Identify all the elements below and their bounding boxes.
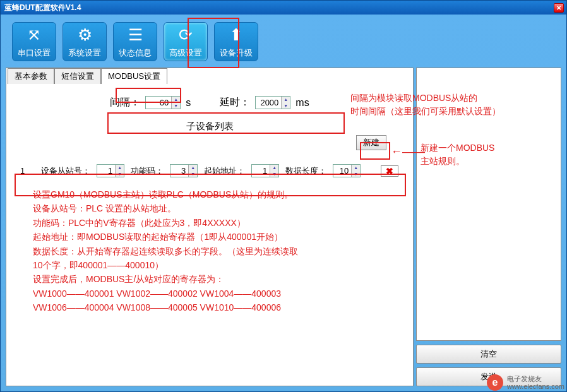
slave-spinner[interactable]: ▲▼ bbox=[97, 164, 124, 177]
up-icon[interactable]: ▲ bbox=[282, 97, 290, 103]
delay-unit: ms bbox=[295, 97, 309, 109]
help-text: 设置GM10（MODBUS主站）读取PLC（MODBUS从站）的规则。 设备从站… bbox=[14, 181, 405, 321]
brand-text: 电子发烧友 bbox=[507, 375, 564, 383]
sub-device-title: 子设备列表 bbox=[14, 121, 405, 133]
len-spinner[interactable]: ▲▼ bbox=[333, 164, 361, 177]
up-icon[interactable]: ▲ bbox=[172, 97, 180, 103]
tool-label: 状态信息 bbox=[119, 47, 152, 59]
tool-label: 高级设置 bbox=[169, 47, 202, 59]
refresh-gear-icon: ⟳ bbox=[179, 25, 193, 45]
len-label: 数据长度： bbox=[285, 165, 326, 177]
title-bar: 蓝蜂DUT配置软件V1.4 ✕ bbox=[1, 1, 566, 15]
up-icon[interactable]: ▲ bbox=[352, 165, 360, 171]
help-line: VW1006——400004 VW1008——400005 VW1010——40… bbox=[33, 300, 386, 314]
new-button[interactable]: 新建 bbox=[356, 135, 386, 150]
up-icon[interactable]: ▲ bbox=[116, 165, 124, 171]
func-input[interactable] bbox=[170, 165, 188, 177]
down-icon[interactable]: ▼ bbox=[282, 103, 290, 109]
tab-sms[interactable]: 短信设置 bbox=[54, 68, 101, 84]
tool-label: 设备升级 bbox=[220, 47, 253, 59]
delay-label: 延时： bbox=[220, 96, 250, 109]
tool-advanced[interactable]: ⟳ 高级设置 bbox=[164, 22, 208, 61]
upload-icon: ⬆ bbox=[229, 25, 243, 45]
tool-label: 系统设置 bbox=[68, 47, 101, 59]
func-spinner[interactable]: ▲▼ bbox=[170, 164, 198, 177]
brand-url: www.elecfans.com bbox=[507, 383, 564, 390]
len-input[interactable] bbox=[333, 165, 351, 177]
help-line: 起始地址：即MODBUS读取的起始寄存器（1即从400001开始） bbox=[33, 230, 386, 244]
tabs: 基本参数 短信设置 MODBUS设置 bbox=[8, 68, 413, 83]
down-icon[interactable]: ▼ bbox=[116, 171, 124, 177]
gear-icon: ⚙ bbox=[78, 25, 92, 45]
addr-label: 起始地址： bbox=[204, 165, 245, 177]
help-line: 10个字，即400001——400010） bbox=[33, 258, 386, 272]
down-icon[interactable]: ▼ bbox=[270, 171, 278, 177]
app-title: 蓝蜂DUT配置软件V1.4 bbox=[4, 3, 81, 13]
list-icon: ☰ bbox=[128, 25, 143, 45]
delay-input[interactable] bbox=[256, 97, 281, 109]
down-icon[interactable]: ▼ bbox=[352, 171, 360, 177]
help-line: 设备从站号：PLC 设置的从站地址。 bbox=[33, 201, 386, 215]
left-panel: 基本参数 短信设置 MODBUS设置 间隔： ▲▼ s 延时： bbox=[6, 68, 414, 386]
interval-row: 间隔： ▲▼ s 延时： ▲▼ ms bbox=[14, 96, 405, 109]
tool-system[interactable]: ⚙ 系统设置 bbox=[63, 22, 107, 61]
row-index: 1 bbox=[20, 166, 25, 175]
help-line: VW1000——400001 VW1002——400002 VW1004——40… bbox=[33, 287, 386, 300]
interval-spinner[interactable]: ▲▼ bbox=[145, 96, 181, 109]
interval-unit: s bbox=[186, 97, 191, 109]
tool-serial[interactable]: ⤧ 串口设置 bbox=[12, 22, 56, 61]
swap-icon: ⤧ bbox=[27, 25, 41, 45]
x-icon: ✖ bbox=[386, 166, 393, 176]
addr-spinner[interactable]: ▲▼ bbox=[251, 164, 279, 177]
help-line: 设置完成后，MODBUS主/从站对应的寄存器为： bbox=[33, 272, 386, 286]
addr-input[interactable] bbox=[252, 165, 270, 177]
tool-label: 串口设置 bbox=[18, 47, 51, 59]
func-label: 功能码： bbox=[131, 165, 164, 177]
content-area: ⤧ 串口设置 ⚙ 系统设置 ☰ 状态信息 ⟳ 高级设置 ⬆ 设备升级 bbox=[1, 15, 566, 391]
toolbar: ⤧ 串口设置 ⚙ 系统设置 ☰ 状态信息 ⟳ 高级设置 ⬆ 设备升级 bbox=[6, 20, 561, 68]
delete-button[interactable]: ✖ bbox=[381, 165, 398, 177]
help-line: 设置GM10（MODBUS主站）读取PLC（MODBUS从站）的规则。 bbox=[33, 187, 386, 201]
close-button[interactable]: ✕ bbox=[554, 3, 564, 13]
tab-content: 间隔： ▲▼ s 延时： ▲▼ ms bbox=[6, 83, 413, 386]
up-icon[interactable]: ▲ bbox=[189, 165, 197, 171]
down-icon[interactable]: ▼ bbox=[189, 171, 197, 177]
slave-input[interactable] bbox=[97, 165, 115, 177]
down-icon[interactable]: ▼ bbox=[172, 103, 180, 109]
up-icon[interactable]: ▲ bbox=[270, 165, 278, 171]
right-panel: 清空 发送 bbox=[416, 68, 561, 386]
logo-icon: e bbox=[487, 374, 503, 391]
watermark: e 电子发烧友 www.elecfans.com bbox=[487, 374, 564, 391]
interval-label: 间隔： bbox=[110, 96, 140, 109]
delay-spinner[interactable]: ▲▼ bbox=[255, 96, 290, 109]
help-line: 功能码：PLC中的V寄存器（此处应为3，即4XXXXX） bbox=[33, 216, 386, 230]
tab-basic[interactable]: 基本参数 bbox=[8, 68, 54, 84]
clear-button[interactable]: 清空 bbox=[416, 345, 561, 364]
tool-upgrade[interactable]: ⬆ 设备升级 bbox=[214, 22, 258, 61]
slave-label: 设备从站号： bbox=[41, 165, 90, 177]
log-textbox[interactable] bbox=[416, 68, 561, 341]
help-line: 数据长度：从开始寄存器起连续读取多长的字段。（这里为连续读取 bbox=[33, 244, 386, 258]
tool-status[interactable]: ☰ 状态信息 bbox=[113, 22, 157, 61]
tab-modbus[interactable]: MODBUS设置 bbox=[101, 68, 167, 84]
device-row: 1 设备从站号： ▲▼ 功能码： ▲▼ 起始地址： bbox=[14, 160, 405, 181]
interval-input[interactable] bbox=[146, 97, 171, 109]
